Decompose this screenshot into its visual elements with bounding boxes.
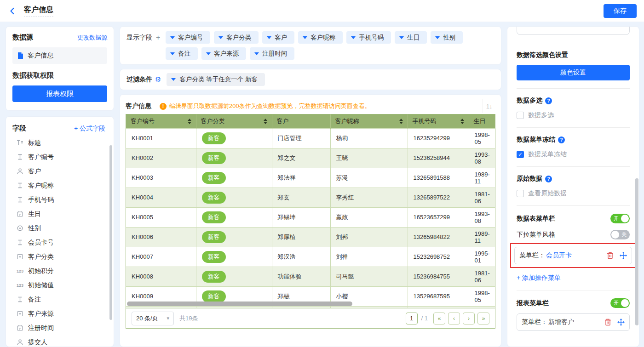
table-cell-category: 新客 — [196, 247, 272, 267]
current-page-input[interactable]: 1 — [406, 313, 418, 324]
sort-icon[interactable] — [399, 119, 403, 124]
sort-icon[interactable] — [460, 119, 464, 124]
field-item[interactable]: 客户昵称 — [12, 178, 109, 193]
help-icon[interactable]: ? — [545, 176, 552, 182]
text-icon — [16, 296, 24, 302]
page-title: 客户信息 — [24, 5, 53, 17]
color-settings-button[interactable]: 颜色设置 — [517, 65, 630, 80]
column-header[interactable]: 客户 — [272, 114, 330, 128]
checkbox-unchecked[interactable] — [517, 112, 524, 119]
field-item[interactable]: 123初始积分 — [12, 264, 109, 278]
first-page-button[interactable]: « — [433, 313, 445, 324]
report-menu-bar-item[interactable]: 菜单栏： 新增客户 — [517, 313, 630, 331]
display-field-chip[interactable]: 客户分类 — [214, 31, 259, 44]
radio-icon — [16, 225, 24, 231]
report-menu-toggle-on[interactable]: 开 — [610, 298, 630, 308]
move-icon[interactable] — [620, 252, 627, 259]
column-header-label: 客户昵称 — [335, 117, 359, 125]
chevron-down-icon — [254, 52, 259, 55]
field-item[interactable]: 客户 — [12, 164, 109, 178]
sort-icon[interactable] — [188, 119, 191, 124]
filter-condition-chip[interactable]: 客户分类 等于任意一个 新客 — [167, 73, 265, 86]
table-cell-phone: 13265891588 — [408, 168, 469, 188]
field-item[interactable]: 客户分类 — [12, 250, 109, 264]
chevron-down-icon — [206, 52, 211, 55]
field-item[interactable]: 123初始储值 — [12, 278, 109, 292]
table-cell-id: KH0003 — [126, 168, 196, 188]
table-menu-title: 数据表菜单栏 — [517, 215, 555, 223]
display-field-chip[interactable]: 生日 — [395, 31, 427, 44]
field-item[interactable]: 手机号码 — [12, 193, 109, 207]
display-field-chip[interactable]: 客户昵称 — [298, 31, 343, 44]
display-fields-panel: 显示字段 + 客户编号客户分类客户客户昵称手机号码生日性别备注客户来源注册时间 — [120, 26, 501, 65]
clipped-input[interactable] — [517, 27, 630, 35]
checkbox-checked[interactable]: ✓ — [517, 151, 524, 158]
delete-icon[interactable] — [604, 319, 611, 326]
field-item[interactable]: 标题 — [12, 136, 109, 150]
field-item[interactable]: 客户编号 — [12, 150, 109, 164]
filter-settings-icon[interactable]: ⚙ — [155, 75, 161, 84]
field-item[interactable]: 备注 — [12, 292, 109, 307]
field-item[interactable]: 会员卡号 — [12, 235, 109, 250]
formula-field-link[interactable]: + 公式字段 — [74, 125, 105, 133]
display-field-chip[interactable]: 手机号码 — [346, 31, 391, 44]
change-datasource-link[interactable]: 更改数据源 — [77, 34, 107, 42]
add-action-menu-link[interactable]: + 添加操作菜单 — [517, 274, 630, 282]
fields-scrollbar[interactable] — [109, 145, 112, 320]
move-icon[interactable] — [617, 319, 625, 326]
raw-data-title: 原始数据 — [517, 175, 542, 183]
menu-freeze-title: 数据菜单冻结 — [517, 136, 555, 144]
display-field-chip[interactable]: 客户 — [262, 31, 294, 44]
chevron-down-icon — [170, 52, 175, 55]
help-icon[interactable]: ? — [558, 137, 565, 143]
field-item[interactable]: 生日 — [12, 207, 109, 221]
back-button[interactable] — [7, 6, 17, 16]
table-menu-toggle-on[interactable]: 开 — [610, 214, 630, 223]
column-header-label: 客户编号 — [131, 117, 155, 125]
display-field-chip[interactable]: 注册时间 — [250, 47, 294, 60]
multi-select-checkbox-row[interactable]: 数据多选 — [517, 111, 630, 119]
table-cell-phone: 16523657299 — [408, 207, 469, 227]
column-header[interactable]: 客户分类 — [196, 114, 272, 128]
settings-scrollbar[interactable] — [635, 178, 638, 325]
sort-icon[interactable] — [264, 119, 267, 124]
next-page-button[interactable]: › — [463, 313, 475, 324]
raw-data-checkbox-row[interactable]: 查看原始数据 — [517, 189, 630, 198]
column-header[interactable]: 客户昵称 — [330, 114, 408, 128]
last-page-button[interactable]: » — [477, 313, 489, 324]
field-item[interactable]: 客户来源 — [12, 307, 109, 321]
table-row: KH0004新客郑玄李秀红132658975221981-06 — [126, 188, 495, 207]
menu-bar-value[interactable]: 会员开卡 — [546, 251, 572, 260]
menu-bar-item[interactable]: 菜单栏： 会员开卡 — [514, 247, 632, 264]
table-cell-nickname: 李秀红 — [330, 188, 408, 207]
help-icon[interactable]: ? — [545, 97, 552, 104]
checkbox-unchecked[interactable] — [517, 190, 524, 197]
sort-order-icon[interactable]: 1↓ — [483, 99, 495, 113]
field-item[interactable]: 注册时间 — [12, 321, 109, 335]
category-badge: 新客 — [202, 192, 226, 204]
column-header[interactable]: 客户编号 — [126, 114, 196, 128]
menu-freeze-checkbox-row[interactable]: ✓ 数据菜单冻结 — [517, 150, 630, 159]
column-header[interactable]: 生日 — [469, 114, 495, 128]
column-header[interactable]: 手机号码 — [408, 114, 469, 128]
display-field-chip[interactable]: 客户编号 — [166, 31, 210, 44]
table-cell-nickname: 杨莉 — [330, 128, 408, 148]
delete-icon[interactable] — [607, 252, 614, 259]
page-size-select[interactable]: 20 条/页 ▾ — [132, 312, 174, 325]
report-permission-button[interactable]: 报表权限 — [12, 85, 107, 102]
display-field-chip[interactable]: 客户来源 — [201, 47, 246, 60]
data-table: 客户编号客户分类客户客户昵称手机号码生日 KH0001新客门店管理杨莉16235… — [126, 114, 495, 308]
horizontal-scrollbar[interactable] — [127, 301, 352, 306]
menu-bar-prefix: 菜单栏： — [522, 318, 547, 326]
person-icon — [16, 339, 24, 345]
save-button[interactable]: 保存 — [604, 4, 637, 18]
display-field-chip[interactable]: 备注 — [166, 47, 198, 60]
field-item[interactable]: 性别 — [12, 221, 109, 235]
prev-page-button[interactable]: ‹ — [448, 313, 460, 324]
display-field-chip[interactable]: 性别 — [431, 31, 463, 44]
add-display-field-button[interactable]: + — [156, 34, 160, 42]
datasource-item[interactable]: 客户信息 — [12, 47, 107, 64]
field-item[interactable]: 提交人 — [12, 335, 109, 347]
dropdown-style-toggle-off[interactable]: 关 — [610, 230, 630, 239]
menu-bar-value[interactable]: 新增客户 — [548, 318, 574, 326]
